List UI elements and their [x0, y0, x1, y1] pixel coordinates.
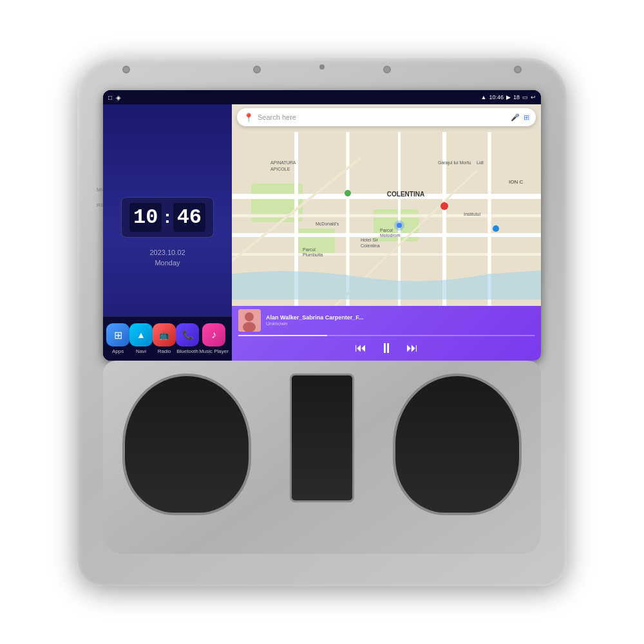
map-svg: COLENTINA APINATURA APICOLE Garajul lui …: [232, 104, 541, 340]
music-player: Alan Walker_Sabrina Carpenter_F... Unkno…: [232, 306, 541, 361]
clock-hours: 10: [129, 203, 162, 232]
svg-text:Lidl: Lidl: [477, 160, 484, 165]
svg-text:Colentina: Colentina: [361, 243, 380, 248]
mount-hole-right: [514, 66, 522, 73]
navi-label: Navi: [136, 348, 146, 354]
play-pause-button[interactable]: ⏸: [379, 340, 393, 357]
mount-hole-left: [122, 66, 130, 73]
svg-text:Institutul: Institutul: [464, 212, 481, 216]
volume-icon: ▶: [506, 94, 511, 100]
map-search-bar[interactable]: 📍 Search here 🎤 ⊞: [237, 108, 536, 126]
radio-label: Radio: [158, 348, 171, 354]
svg-text:APICOLE: APICOLE: [270, 167, 290, 171]
mount-hole-center-right: [383, 66, 391, 73]
svg-text:COLENTINA: COLENTINA: [387, 191, 424, 198]
battery-level: 18: [513, 94, 520, 100]
left-panel: 10 : 46 2023.10.02 Monday ⊞: [103, 104, 232, 361]
battery-icon: ▭: [522, 94, 528, 100]
svg-point-37: [245, 312, 254, 321]
svg-text:Garajul lui Mortu: Garajul lui Mortu: [438, 160, 471, 166]
bluetooth-icon-box: 📞: [176, 323, 199, 346]
music-title: Alan Walker_Sabrina Carpenter_F...: [266, 314, 535, 321]
music-details: Alan Walker_Sabrina Carpenter_F... Unkno…: [266, 314, 535, 327]
mount-hole-center-left: [253, 66, 261, 73]
center-console-cutout: [290, 374, 354, 502]
music-artist: Unknown: [266, 321, 535, 327]
app-item-radio[interactable]: 📺 Radio: [153, 323, 176, 354]
map-area[interactable]: COLENTINA APINATURA APICOLE Garajul lui …: [232, 104, 541, 340]
svg-text:McDonald's: McDonald's: [316, 222, 339, 226]
date-widget: 2023.10.02 Monday: [149, 247, 185, 269]
status-left: □ ◈: [108, 94, 121, 101]
instrument-panel: [103, 361, 541, 554]
svg-point-33: [345, 190, 351, 196]
maps-pin-icon: 📍: [243, 113, 254, 122]
album-art: [238, 309, 261, 332]
prev-button[interactable]: ⏮: [355, 341, 366, 355]
map-search-placeholder: Search here: [258, 113, 296, 121]
status-right: ▲ 10:46 ▶ 18 ▭ ↩: [481, 94, 536, 100]
screen: □ ◈ ▲ 10:46 ▶ 18 ▭ ↩ 10 :: [103, 90, 541, 361]
svg-text:Parcul: Parcul: [380, 228, 393, 232]
navi-icon-box: ▲: [129, 323, 153, 346]
svg-point-35: [397, 223, 402, 228]
app-grid: ⊞ Apps ▲ Navi 📺: [103, 316, 232, 361]
music-controls: ⏮ ⏸ ⏭: [232, 336, 541, 361]
back-icon[interactable]: ↩: [531, 94, 536, 100]
music-icon-box: ♪: [202, 323, 225, 346]
maps-icon[interactable]: ◈: [116, 94, 121, 101]
apps-label: Apps: [112, 348, 124, 354]
layers-icon[interactable]: ⊞: [524, 113, 529, 122]
svg-rect-3: [296, 229, 335, 254]
date-value: 2023.10.02: [149, 247, 185, 258]
app-item-bluetooth[interactable]: 📞 Bluetooth: [176, 323, 199, 354]
right-gauge-cutout: [393, 374, 522, 515]
day-value: Monday: [149, 258, 185, 269]
music-info: Alan Walker_Sabrina Carpenter_F... Unkno…: [232, 306, 541, 335]
wifi-signal-icon: ▲: [481, 94, 487, 100]
left-gauge-cutout: [122, 374, 251, 515]
svg-text:ION C: ION C: [509, 179, 523, 185]
main-content: 10 : 46 2023.10.02 Monday ⊞: [103, 104, 541, 361]
svg-text:Plumbuita: Plumbuita: [303, 252, 323, 257]
voice-search-icon[interactable]: 🎤: [511, 113, 520, 122]
app-item-apps[interactable]: ⊞ Apps: [106, 323, 129, 354]
next-button[interactable]: ⏭: [406, 341, 418, 355]
android-screen: □ ◈ ▲ 10:46 ▶ 18 ▭ ↩ 10 :: [103, 90, 541, 361]
status-bar: □ ◈ ▲ 10:46 ▶ 18 ▭ ↩: [103, 90, 541, 104]
music-player-label: Music Player: [199, 348, 229, 354]
right-panel: COLENTINA APINATURA APICOLE Garajul lui …: [232, 104, 541, 361]
clock-minutes: 46: [173, 203, 205, 232]
camera: [319, 64, 325, 70]
app-item-navi[interactable]: ▲ Navi: [129, 323, 153, 354]
svg-text:Motodrom: Motodrom: [380, 233, 401, 238]
status-time: 10:46: [489, 94, 504, 100]
car-head-unit: MIC RST □ ◈ ▲ 10:46 ▶ 18 ▭ ↩: [77, 58, 567, 586]
svg-text:Hotel Sir: Hotel Sir: [361, 238, 379, 242]
svg-text:APINATURA: APINATURA: [270, 160, 296, 165]
radio-icon-box: 📺: [153, 323, 176, 346]
clock-widget: 10 : 46: [121, 197, 214, 238]
app-item-music[interactable]: ♪ Music Player: [199, 323, 229, 354]
svg-text:Parcul: Parcul: [303, 247, 316, 252]
apps-icon: ⊞: [106, 323, 129, 346]
home-icon[interactable]: □: [108, 94, 112, 101]
bluetooth-label: Bluetooth: [176, 348, 198, 354]
clock-separator: :: [164, 207, 170, 227]
